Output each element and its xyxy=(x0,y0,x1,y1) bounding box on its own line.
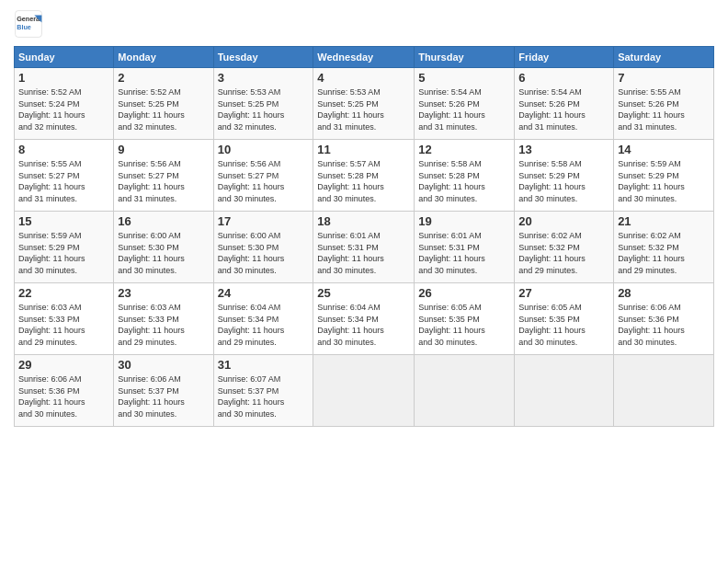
svg-text:Blue: Blue xyxy=(17,23,31,31)
header-cell-saturday: Saturday xyxy=(614,47,714,68)
day-number: 6 xyxy=(518,71,609,85)
week-row-1: 1Sunrise: 5:52 AM Sunset: 5:24 PM Daylig… xyxy=(15,68,714,140)
calendar-header-row: SundayMondayTuesdayWednesdayThursdayFrid… xyxy=(15,47,714,68)
day-info: Sunrise: 5:53 AM Sunset: 5:25 PM Dayligh… xyxy=(317,86,410,132)
header-cell-thursday: Thursday xyxy=(415,47,515,68)
day-number: 16 xyxy=(118,214,209,228)
day-info: Sunrise: 5:52 AM Sunset: 5:25 PM Dayligh… xyxy=(118,86,209,132)
header-cell-monday: Monday xyxy=(114,47,213,68)
day-number: 21 xyxy=(618,214,710,228)
page: General Blue SundayMondayTuesdayWednesda… xyxy=(0,0,728,563)
day-number: 29 xyxy=(18,358,109,372)
day-info: Sunrise: 6:04 AM Sunset: 5:34 PM Dayligh… xyxy=(218,302,310,348)
week-row-3: 15Sunrise: 5:59 AM Sunset: 5:29 PM Dayli… xyxy=(15,212,714,283)
logo-icon: General Blue xyxy=(14,9,43,39)
day-number: 25 xyxy=(317,286,410,300)
day-info: Sunrise: 6:01 AM Sunset: 5:31 PM Dayligh… xyxy=(317,230,410,276)
day-cell xyxy=(313,355,415,427)
day-number: 19 xyxy=(418,214,510,228)
day-cell: 15Sunrise: 5:59 AM Sunset: 5:29 PM Dayli… xyxy=(15,212,114,283)
header-cell-tuesday: Tuesday xyxy=(213,47,313,68)
day-cell: 7Sunrise: 5:55 AM Sunset: 5:26 PM Daylig… xyxy=(614,68,714,140)
day-info: Sunrise: 5:52 AM Sunset: 5:24 PM Dayligh… xyxy=(18,86,109,132)
day-number: 4 xyxy=(317,71,410,85)
day-info: Sunrise: 5:59 AM Sunset: 5:29 PM Dayligh… xyxy=(18,230,109,276)
day-number: 1 xyxy=(18,71,109,85)
day-cell xyxy=(614,355,714,427)
day-info: Sunrise: 5:56 AM Sunset: 5:27 PM Dayligh… xyxy=(218,158,310,204)
day-cell: 12Sunrise: 5:58 AM Sunset: 5:28 PM Dayli… xyxy=(415,140,515,212)
day-number: 7 xyxy=(618,71,710,85)
day-info: Sunrise: 6:06 AM Sunset: 5:36 PM Dayligh… xyxy=(618,302,710,348)
day-cell: 13Sunrise: 5:58 AM Sunset: 5:29 PM Dayli… xyxy=(515,140,614,212)
day-number: 27 xyxy=(518,286,609,300)
day-info: Sunrise: 6:02 AM Sunset: 5:32 PM Dayligh… xyxy=(518,230,609,276)
day-info: Sunrise: 5:57 AM Sunset: 5:28 PM Dayligh… xyxy=(317,158,410,204)
day-number: 15 xyxy=(18,214,109,228)
day-info: Sunrise: 6:00 AM Sunset: 5:30 PM Dayligh… xyxy=(118,230,209,276)
calendar-table: SundayMondayTuesdayWednesdayThursdayFrid… xyxy=(14,46,714,427)
day-number: 28 xyxy=(618,286,710,300)
day-number: 17 xyxy=(218,214,310,228)
day-number: 24 xyxy=(218,286,310,300)
day-info: Sunrise: 5:54 AM Sunset: 5:26 PM Dayligh… xyxy=(418,86,510,132)
day-cell: 24Sunrise: 6:04 AM Sunset: 5:34 PM Dayli… xyxy=(213,283,313,355)
day-cell: 3Sunrise: 5:53 AM Sunset: 5:25 PM Daylig… xyxy=(213,68,313,140)
day-info: Sunrise: 5:56 AM Sunset: 5:27 PM Dayligh… xyxy=(118,158,209,204)
header: General Blue xyxy=(14,9,714,39)
day-cell: 30Sunrise: 6:06 AM Sunset: 5:37 PM Dayli… xyxy=(114,355,213,427)
day-info: Sunrise: 6:00 AM Sunset: 5:30 PM Dayligh… xyxy=(218,230,310,276)
header-cell-friday: Friday xyxy=(515,47,614,68)
week-row-4: 22Sunrise: 6:03 AM Sunset: 5:33 PM Dayli… xyxy=(15,283,714,355)
week-row-5: 29Sunrise: 6:06 AM Sunset: 5:36 PM Dayli… xyxy=(15,355,714,427)
day-cell: 25Sunrise: 6:04 AM Sunset: 5:34 PM Dayli… xyxy=(313,283,415,355)
day-info: Sunrise: 5:53 AM Sunset: 5:25 PM Dayligh… xyxy=(218,86,310,132)
day-cell: 31Sunrise: 6:07 AM Sunset: 5:37 PM Dayli… xyxy=(213,355,313,427)
day-cell: 14Sunrise: 5:59 AM Sunset: 5:29 PM Dayli… xyxy=(614,140,714,212)
day-cell: 8Sunrise: 5:55 AM Sunset: 5:27 PM Daylig… xyxy=(15,140,114,212)
day-info: Sunrise: 6:07 AM Sunset: 5:37 PM Dayligh… xyxy=(218,373,310,419)
day-cell: 20Sunrise: 6:02 AM Sunset: 5:32 PM Dayli… xyxy=(515,212,614,283)
day-cell: 17Sunrise: 6:00 AM Sunset: 5:30 PM Dayli… xyxy=(213,212,313,283)
day-cell: 18Sunrise: 6:01 AM Sunset: 5:31 PM Dayli… xyxy=(313,212,415,283)
day-cell: 10Sunrise: 5:56 AM Sunset: 5:27 PM Dayli… xyxy=(213,140,313,212)
day-info: Sunrise: 6:04 AM Sunset: 5:34 PM Dayligh… xyxy=(317,302,410,348)
day-cell: 1Sunrise: 5:52 AM Sunset: 5:24 PM Daylig… xyxy=(15,68,114,140)
day-info: Sunrise: 6:05 AM Sunset: 5:35 PM Dayligh… xyxy=(418,302,510,348)
day-number: 23 xyxy=(118,286,209,300)
day-number: 12 xyxy=(418,143,510,156)
day-info: Sunrise: 5:58 AM Sunset: 5:28 PM Dayligh… xyxy=(418,158,510,204)
day-cell: 16Sunrise: 6:00 AM Sunset: 5:30 PM Dayli… xyxy=(114,212,213,283)
day-number: 31 xyxy=(218,358,310,372)
day-number: 3 xyxy=(218,71,310,85)
day-info: Sunrise: 6:01 AM Sunset: 5:31 PM Dayligh… xyxy=(418,230,510,276)
day-number: 18 xyxy=(317,214,410,228)
day-cell: 4Sunrise: 5:53 AM Sunset: 5:25 PM Daylig… xyxy=(313,68,415,140)
day-info: Sunrise: 6:03 AM Sunset: 5:33 PM Dayligh… xyxy=(18,302,109,348)
day-number: 11 xyxy=(317,143,410,156)
week-row-2: 8Sunrise: 5:55 AM Sunset: 5:27 PM Daylig… xyxy=(15,140,714,212)
day-number: 14 xyxy=(618,143,710,156)
logo: General Blue xyxy=(14,9,43,39)
day-cell: 28Sunrise: 6:06 AM Sunset: 5:36 PM Dayli… xyxy=(614,283,714,355)
header-cell-wednesday: Wednesday xyxy=(313,47,415,68)
day-info: Sunrise: 5:58 AM Sunset: 5:29 PM Dayligh… xyxy=(518,158,609,204)
day-number: 8 xyxy=(18,143,109,156)
day-cell: 6Sunrise: 5:54 AM Sunset: 5:26 PM Daylig… xyxy=(515,68,614,140)
day-cell: 23Sunrise: 6:03 AM Sunset: 5:33 PM Dayli… xyxy=(114,283,213,355)
day-info: Sunrise: 5:54 AM Sunset: 5:26 PM Dayligh… xyxy=(518,86,609,132)
day-cell: 9Sunrise: 5:56 AM Sunset: 5:27 PM Daylig… xyxy=(114,140,213,212)
day-number: 5 xyxy=(418,71,510,85)
day-cell: 11Sunrise: 5:57 AM Sunset: 5:28 PM Dayli… xyxy=(313,140,415,212)
day-info: Sunrise: 6:03 AM Sunset: 5:33 PM Dayligh… xyxy=(118,302,209,348)
day-cell: 29Sunrise: 6:06 AM Sunset: 5:36 PM Dayli… xyxy=(15,355,114,427)
day-cell xyxy=(515,355,614,427)
day-number: 20 xyxy=(518,214,609,228)
day-number: 2 xyxy=(118,71,209,85)
day-number: 9 xyxy=(118,143,209,156)
day-info: Sunrise: 5:59 AM Sunset: 5:29 PM Dayligh… xyxy=(618,158,710,204)
day-number: 13 xyxy=(518,143,609,156)
header-cell-sunday: Sunday xyxy=(15,47,114,68)
day-number: 30 xyxy=(118,358,209,372)
day-cell: 2Sunrise: 5:52 AM Sunset: 5:25 PM Daylig… xyxy=(114,68,213,140)
